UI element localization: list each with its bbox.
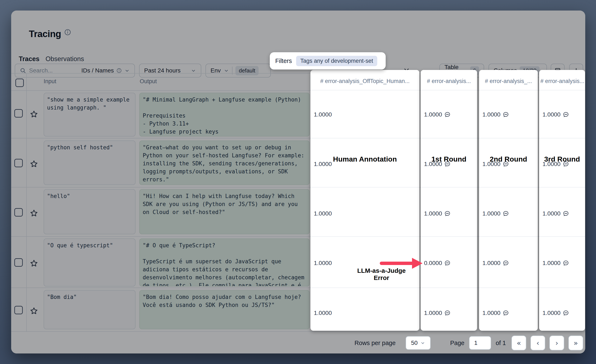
comment-icon[interactable] [444,111,451,118]
score-value: 1.0000 [310,111,332,118]
score-column-human-annotation: # error-analysis_OffTopic_Human... Human… [310,70,419,331]
score-column-id[interactable]: # error-analysis... [539,78,585,84]
score-value: 1.0000 [539,161,569,167]
score-value: 1.0000 [421,310,451,316]
comment-icon[interactable] [444,310,451,316]
score-value: 1.0000 [479,210,509,217]
score-column-2nd-round: # error-analysis_... 2nd Round 1.0000 1.… [479,70,538,331]
rows-per-page-select[interactable]: 50 [406,336,431,350]
comment-icon[interactable] [563,161,569,167]
score-value: 1.0000 [421,210,451,217]
score-value: 1.0000 [539,111,569,118]
rows-per-page-label: Rows per page [355,340,395,347]
filters-label: Filters [275,58,292,65]
comment-icon[interactable] [503,211,509,217]
comment-icon[interactable] [503,310,509,316]
comment-icon[interactable] [444,211,451,217]
comment-icon[interactable] [563,111,569,118]
comment-icon[interactable] [563,310,569,316]
score-column-1st-round: # error-analysis... 1st Round 1.0000 1.0… [421,70,477,331]
score-column-id[interactable]: # error-analysis_OffTopic_Human... [310,78,419,84]
score-value: 1.0000 [539,260,569,266]
next-page-button[interactable]: › [549,335,564,350]
score-value: 1.0000 [479,310,509,316]
score-value: 1.0000 [479,161,509,167]
score-value: 1.0000 [421,111,451,118]
comment-icon[interactable] [563,211,569,217]
score-column-id[interactable]: # error-analysis... [421,78,477,84]
comment-icon[interactable] [444,260,451,266]
score-column-id[interactable]: # error-analysis_... [479,78,538,84]
last-page-button[interactable]: » [568,335,583,350]
comment-icon[interactable] [444,161,451,167]
score-value: 1.0000 [310,260,332,266]
filter-chip[interactable]: Tags any of development-set [296,56,377,66]
score-value: 0.0000 [421,260,451,266]
first-page-button[interactable]: « [512,335,526,350]
score-value: 1.0000 [421,161,451,167]
screen: Tracing Traces Observations Search... ID… [0,0,596,364]
page-number-input[interactable]: 1 [469,336,491,350]
comment-icon[interactable] [503,161,509,167]
comment-icon[interactable] [503,111,509,118]
filters-control[interactable]: Filters Tags any of development-set [270,52,386,70]
comment-icon[interactable] [563,260,569,266]
score-value: 1.0000 [310,310,332,316]
page-label: Page [450,340,464,347]
chevron-down-icon [420,340,425,345]
error-arrow-label: LLM-as-a-Judge Error [350,267,413,281]
score-column-3rd-round: # error-analysis... 3rd Round 1.0000 1.0… [539,70,585,331]
comment-icon[interactable] [503,260,509,266]
page-count-label: of 1 [496,340,506,347]
score-value: 1.0000 [479,111,509,118]
score-value: 1.0000 [310,210,332,217]
score-value: 1.0000 [539,210,569,217]
score-value: 1.0000 [310,161,332,167]
score-value: 1.0000 [479,260,509,266]
score-value: 1.0000 [539,310,569,316]
previous-page-button[interactable]: ‹ [530,335,545,350]
